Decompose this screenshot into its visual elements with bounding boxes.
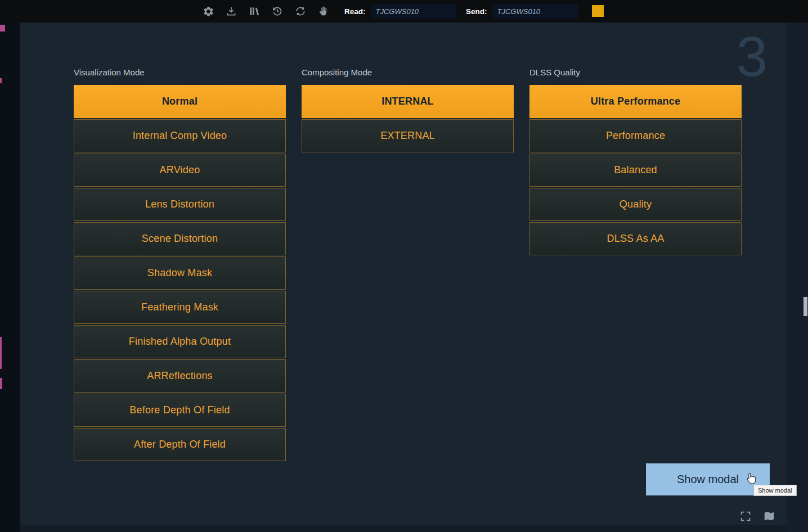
send-input[interactable] [492,4,578,19]
option-feathering-mask[interactable]: Feathering Mask [74,291,286,324]
bottom-edge-panel [20,525,787,532]
map-icon[interactable] [762,509,776,524]
option-before-depth-of-field[interactable]: Before Depth Of Field [74,394,286,427]
send-label: Send: [466,7,487,16]
group-label: Compositing Mode [302,67,514,78]
left-edge-panel [0,22,20,532]
read-label: Read: [344,7,366,16]
option-arvideo[interactable]: ARVideo [74,154,286,187]
option-columns: Visualization ModeNormalInternal Comp Vi… [74,67,742,462]
toolbar: Read: Send: [0,0,808,22]
edge-marker [0,25,5,31]
show-modal-button[interactable]: Show modal [646,463,770,495]
toolbar-icon-group [201,0,330,22]
corner-icon-group [738,509,776,524]
history-icon[interactable] [271,4,284,18]
read-input[interactable] [371,4,456,19]
send-field-group: Send: [466,0,578,22]
edge-marker [0,337,2,369]
edge-marker [0,78,2,83]
refresh-icon[interactable] [294,4,307,18]
option-arreflections[interactable]: ARReflections [74,359,286,393]
option-scene-distortion[interactable]: Scene Distortion [74,222,286,255]
color-swatch[interactable] [592,5,604,17]
option-quality[interactable]: Quality [529,188,742,221]
option-lens-distortion[interactable]: Lens Distortion [74,188,286,221]
library-icon[interactable] [248,4,261,18]
group-label: Visualization Mode [74,67,286,78]
download-icon[interactable] [225,4,238,18]
app-window: Read: Send: 3 Visualization ModeNormalIn… [0,0,808,532]
edge-marker [0,378,2,389]
option-finished-alpha-output[interactable]: Finished Alpha Output [74,325,286,358]
pan-hand-icon[interactable] [317,4,330,18]
option-normal[interactable]: Normal [74,85,286,118]
option-internal-comp-video[interactable]: Internal Comp Video [74,119,286,152]
right-edge-panel [787,22,808,532]
option-performance[interactable]: Performance [529,119,742,152]
option-balanced[interactable]: Balanced [529,154,742,187]
scrollbar-handle[interactable] [803,297,807,316]
show-modal-tooltip: Show modal [753,485,797,496]
read-field-group: Read: [344,0,456,22]
option-external[interactable]: EXTERNAL [302,119,514,152]
option-internal[interactable]: INTERNAL [302,85,514,118]
group-label: DLSS Quality [529,67,742,78]
option-shadow-mask[interactable]: Shadow Mask [74,256,286,290]
gear-icon[interactable] [201,4,215,18]
option-ultra-performance[interactable]: Ultra Performance [529,85,742,118]
option-dlss-as-aa[interactable]: DLSS As AA [529,222,742,255]
option-after-depth-of-field[interactable]: After Depth Of Field [74,428,286,461]
option-group-visualization-mode: Visualization ModeNormalInternal Comp Vi… [74,67,286,462]
option-group-dlss-quality: DLSS QualityUltra PerformancePerformance… [529,67,742,462]
fullscreen-icon[interactable] [738,509,753,524]
option-group-compositing-mode: Compositing ModeINTERNALEXTERNAL [302,67,514,462]
